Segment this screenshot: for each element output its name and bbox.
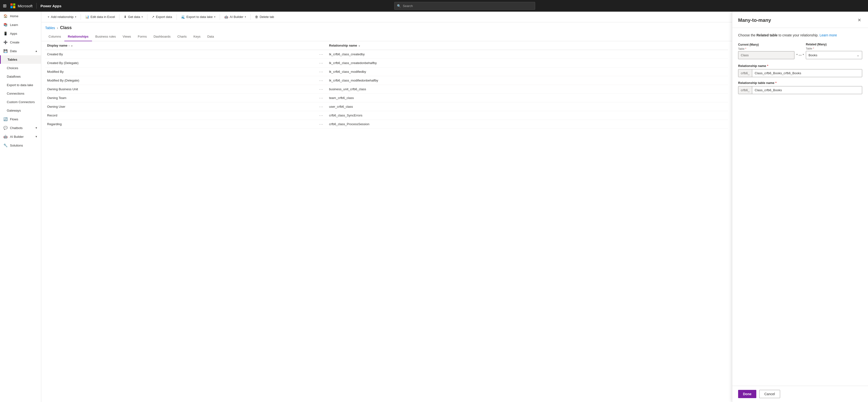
row-dots[interactable]: ··· <box>317 67 327 76</box>
add-relationship-button[interactable]: + Add relationship ▾ <box>45 13 79 20</box>
table-row: Record ··· crfb6_class_SyncErrors <box>45 111 728 120</box>
sidebar-item-connections-label: Connections <box>7 92 24 95</box>
learn-icon: 📚 <box>3 23 7 27</box>
done-button[interactable]: Done <box>738 390 756 398</box>
row-dots[interactable]: ··· <box>317 59 327 67</box>
export-lake-button[interactable]: 🌊 Export to data lake ▾ <box>179 13 218 20</box>
required-star-related: * <box>813 47 814 50</box>
search-bar: 🔍 <box>394 2 535 10</box>
relationship-name-input[interactable] <box>752 69 862 77</box>
required-star-current: * <box>745 47 746 50</box>
table-row: Owning Team ··· team_crfb6_class <box>45 94 728 102</box>
sidebar-item-apps[interactable]: 📱 Apps <box>0 29 41 38</box>
sidebar-item-ai-builder[interactable]: 🤖 AI Builder ▼ <box>0 132 41 141</box>
delete-table-button[interactable]: 🗑 Delete tab <box>252 13 276 20</box>
sidebar-item-custom-connectors[interactable]: Custom Connectors <box>0 98 41 106</box>
search-input[interactable] <box>403 4 532 8</box>
relationship-name-cell: lk_crfb6_class_modifiedby <box>327 67 728 76</box>
sidebar: 🏠 Home 📚 Learn 📱 Apps ➕ Create 💾 Data ▲ … <box>0 12 41 402</box>
ai-builder-toolbar-button[interactable]: 🤖 AI Builder ▾ <box>222 13 248 20</box>
panel-close-button[interactable]: ✕ <box>857 16 862 24</box>
tab-views[interactable]: Views <box>119 32 134 41</box>
sidebar-item-apps-label: Apps <box>10 32 17 35</box>
relationship-name-group: Relationship name * crfb6_ <box>738 64 862 77</box>
ai-builder-icon: 🤖 <box>3 135 7 138</box>
col-header-relationship-name[interactable]: Relationship name ⌄ <box>327 41 728 50</box>
tab-forms[interactable]: Forms <box>134 32 150 41</box>
sidebar-item-connections[interactable]: Connections <box>0 89 41 98</box>
edit-excel-button[interactable]: 📊 Edit data in Excel <box>83 13 117 20</box>
sort-relationship-name[interactable]: Relationship name ⌄ <box>329 44 360 47</box>
table-row: Regarding ··· crfb6_class_ProcessSession <box>45 120 728 129</box>
sort-rel-icon: ⌄ <box>358 44 360 47</box>
ai-builder-toolbar-label: AI Builder <box>230 15 243 19</box>
delete-icon: 🗑 <box>255 15 258 19</box>
tab-relationships[interactable]: Relationships <box>64 32 92 41</box>
sidebar-item-dataflows[interactable]: Dataflows <box>0 72 41 81</box>
display-name-cell: Modified By (Delegate) <box>45 76 317 85</box>
sidebar-item-choices[interactable]: Choices <box>0 64 41 72</box>
sidebar-item-data[interactable]: 💾 Data ▲ <box>0 46 41 55</box>
display-name-cell: Created By (Delegate) <box>45 59 317 67</box>
relationship-table-prefix: crfb6_ <box>738 87 752 94</box>
ms-logo: Microsoft <box>10 3 33 8</box>
table-row: Modified By ··· lk_crfb6_class_modifiedb… <box>45 67 728 76</box>
desc-part1: Choose the <box>738 33 756 37</box>
sidebar-item-flows[interactable]: 🔄 Flows <box>0 115 41 124</box>
breadcrumb-tables[interactable]: Tables <box>45 26 55 30</box>
col-header-display-name[interactable]: Display name ↑ ⌄ <box>45 41 317 50</box>
cancel-button[interactable]: Cancel <box>759 390 780 398</box>
row-dots[interactable]: ··· <box>317 50 327 59</box>
topbar: ⊞ Microsoft Power Apps 🔍 <box>0 0 868 12</box>
relationship-name-cell: lk_crfb6_class_modifiedonbehalfby <box>327 76 728 85</box>
relationship-table-name-input[interactable] <box>752 87 862 94</box>
desc-bold: Related table <box>756 33 778 37</box>
export-lake-label: Export to data lake <box>186 15 213 19</box>
sidebar-item-tables[interactable]: Tables <box>0 55 41 64</box>
table-area: Display name ↑ ⌄ Relationship name ⌄ <box>41 41 732 402</box>
row-dots[interactable]: ··· <box>317 76 327 85</box>
desc-part2: to create your relationship. <box>778 33 820 37</box>
sidebar-item-learn[interactable]: 📚 Learn <box>0 21 41 29</box>
delete-table-label: Delete tab <box>259 15 274 19</box>
row-dots[interactable]: ··· <box>317 94 327 102</box>
row-dots[interactable]: ··· <box>317 102 327 111</box>
relationship-name-cell: lk_crfb6_class_createdonbehalfby <box>327 59 728 67</box>
sidebar-item-create[interactable]: ➕ Create <box>0 38 41 46</box>
tab-dashboards[interactable]: Dashboards <box>150 32 174 41</box>
sidebar-item-home[interactable]: 🏠 Home <box>0 12 41 21</box>
rel-table-star: * <box>775 81 776 85</box>
tab-charts[interactable]: Charts <box>174 32 190 41</box>
add-relationship-label: Add relationship <box>51 15 73 19</box>
display-name-cell: Created By <box>45 50 317 59</box>
sidebar-item-export-lake[interactable]: Export to data lake <box>0 81 41 89</box>
tab-business-rules[interactable]: Business rules <box>92 32 120 41</box>
sort-asc-icon: ↑ <box>68 44 70 47</box>
sidebar-item-gateways[interactable]: Gateways <box>0 106 41 115</box>
row-dots[interactable]: ··· <box>317 111 327 120</box>
row-dots[interactable]: ··· <box>317 85 327 94</box>
content-area: + Add relationship ▾ 📊 Edit data in Exce… <box>41 12 732 402</box>
learn-more-link[interactable]: Learn more <box>819 33 837 37</box>
tab-columns[interactable]: Columns <box>45 32 64 41</box>
related-table-select-container[interactable]: Books ⌄ <box>806 51 862 59</box>
tab-data[interactable]: Data <box>204 32 217 41</box>
relationship-name-input-container: crfb6_ <box>738 69 862 77</box>
sort-display-name[interactable]: Display name ↑ ⌄ <box>47 44 73 47</box>
sidebar-item-chatbots[interactable]: 💬 Chatbots ▼ <box>0 124 41 132</box>
select-chevron-icon[interactable]: ⌄ <box>854 51 862 59</box>
export-lake-chevron: ▾ <box>214 15 215 18</box>
toolbar-sep-4 <box>177 14 177 20</box>
breadcrumb-sep: › <box>57 26 58 30</box>
grid-icon[interactable]: ⊞ <box>3 3 6 8</box>
tab-keys[interactable]: Keys <box>190 32 204 41</box>
relationship-name-cell: team_crfb6_class <box>327 94 728 102</box>
sidebar-item-solutions[interactable]: 🔧 Solutions <box>0 141 41 150</box>
create-icon: ➕ <box>3 40 7 44</box>
related-table-select[interactable]: Books <box>806 52 854 59</box>
row-dots[interactable]: ··· <box>317 120 327 129</box>
export-data-icon: ↗ <box>152 15 154 19</box>
export-data-button[interactable]: ↗ Export data <box>149 13 175 20</box>
breadcrumb-current: Class <box>60 25 72 30</box>
get-data-button[interactable]: ⬇ Get data ▾ <box>121 13 145 20</box>
